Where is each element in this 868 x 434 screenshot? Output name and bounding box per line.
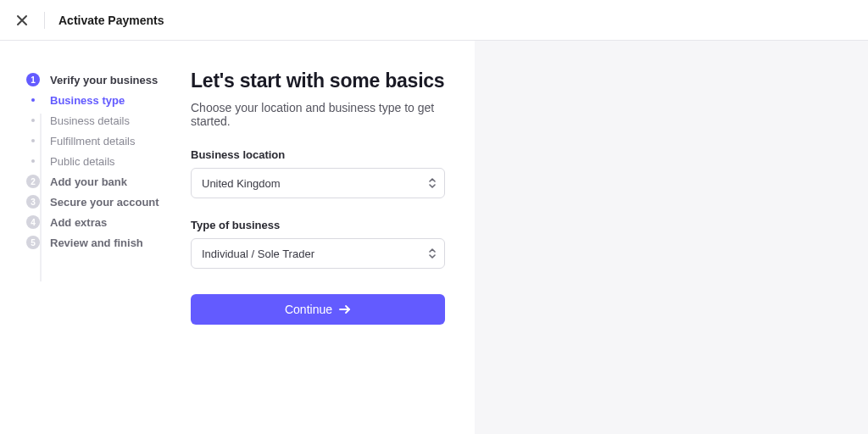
substep-public-details[interactable]: Public details [24,151,191,171]
type-of-business-value: Individual / Sole Trader [202,248,314,260]
step-number-badge: 5 [26,236,40,249]
business-location-value: United Kingdom [202,177,281,190]
continue-button[interactable]: Continue [191,294,445,325]
main-content: Let's start with some basics Choose your… [191,41,475,434]
continue-button-label: Continue [285,303,332,316]
step-number-badge: 1 [26,73,40,86]
type-of-business-label: Type of business [191,219,475,231]
step-label: Verify your business [50,74,158,86]
step-label: Review and finish [50,236,143,249]
step-label: Add extras [50,216,107,229]
substep-label: Business type [50,94,125,107]
page-title: Activate Payments [58,14,164,27]
step-secure-your-account[interactable]: 3 Secure your account [24,192,191,212]
arrow-right-icon [339,304,351,314]
step-number-badge: 2 [26,175,40,188]
substep-business-details[interactable]: Business details [24,110,191,131]
substep-fulfillment-details[interactable]: Fulfillment details [24,131,191,151]
step-review-and-finish[interactable]: 5 Review and finish [24,232,191,253]
substep-dot-icon [26,139,40,142]
type-of-business-select[interactable]: Individual / Sole Trader [191,238,445,269]
substep-label: Business details [50,114,130,127]
step-add-extras[interactable]: 4 Add extras [24,212,191,232]
substep-label: Public details [50,155,115,168]
step-number-badge: 4 [26,215,40,229]
close-button[interactable] [14,12,31,29]
substep-dot-icon [26,159,40,163]
step-add-your-bank[interactable]: 2 Add your bank [24,171,191,192]
substep-label: Fulfillment details [50,135,135,147]
substep-dot-icon [26,98,40,102]
right-panel-placeholder [475,41,868,434]
step-label: Secure your account [50,196,159,209]
sidebar: 1 Verify your business Business type Bus… [0,41,191,434]
substep-dot-icon [26,119,40,122]
header-divider [44,12,45,29]
step-number-badge: 3 [26,195,40,209]
substep-business-type[interactable]: Business type [24,90,191,110]
business-location-label: Business location [191,148,475,161]
step-verify-your-business[interactable]: 1 Verify your business [24,70,191,90]
business-location-select[interactable]: United Kingdom [191,168,445,198]
heading: Let's start with some basics [191,70,475,92]
subtitle: Choose your location and business type t… [191,101,475,128]
step-label: Add your bank [50,175,127,188]
close-icon [16,14,28,26]
header: Activate Payments [0,0,868,41]
